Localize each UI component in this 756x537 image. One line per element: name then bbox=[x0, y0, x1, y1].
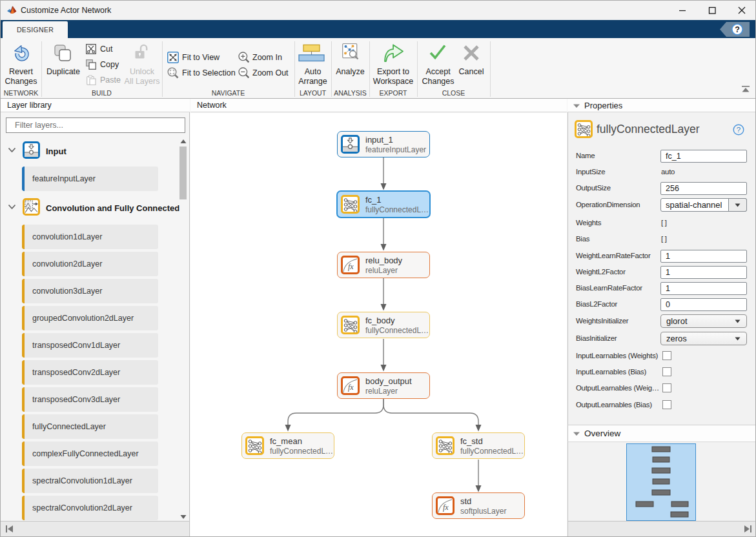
svg-text:fx: fx bbox=[443, 503, 449, 512]
svg-text:fx: fx bbox=[348, 262, 354, 271]
svg-text:fx: fx bbox=[348, 383, 354, 392]
svg-text:?: ? bbox=[737, 126, 741, 134]
svg-text:?: ? bbox=[735, 25, 740, 34]
